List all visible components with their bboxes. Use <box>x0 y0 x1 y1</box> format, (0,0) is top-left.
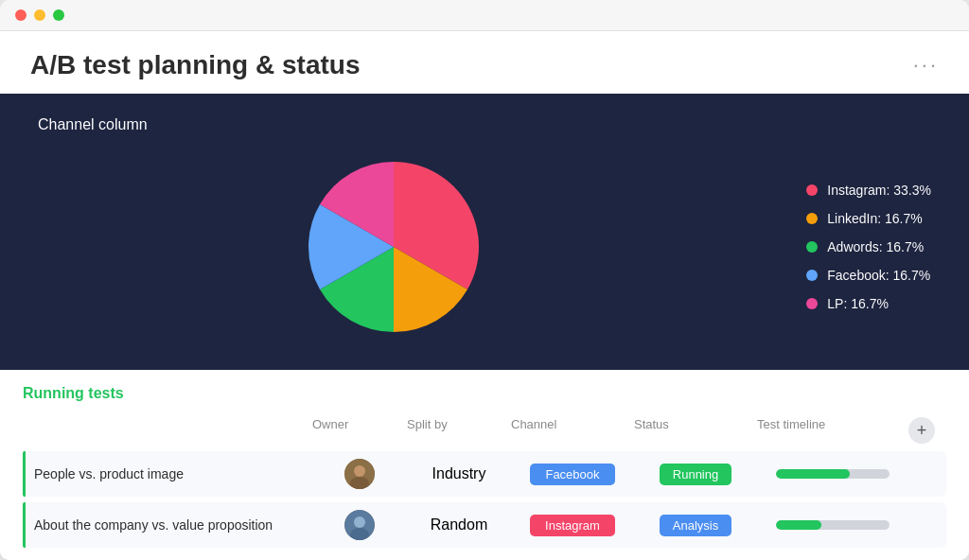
status-cell-1: Running <box>634 464 757 485</box>
col-split: Split by <box>407 417 511 444</box>
channel-badge-2: Instagram <box>530 515 615 536</box>
legend-dot-instagram <box>806 184 818 196</box>
pie-chart <box>299 152 488 341</box>
timeline-cell-1 <box>757 469 908 479</box>
table-header: Owner Split by Channel Status Test timel… <box>23 413 946 451</box>
more-options-button[interactable]: ··· <box>913 53 939 78</box>
status-cell-2: Analysis <box>634 515 757 536</box>
channel-cell-1: Facebook <box>511 464 634 485</box>
svg-point-1 <box>354 465 365 477</box>
maximize-button[interactable] <box>53 9 64 21</box>
table-row-2-wrapper: About the company vs. value proposition <box>23 502 946 548</box>
timeline-bar-1 <box>776 469 890 479</box>
legend-item-linkedin: LinkedIn: 16.7% <box>806 211 931 226</box>
running-tests-title: Running tests <box>23 385 946 402</box>
owner-cell-2 <box>312 510 407 540</box>
avatar-2 <box>344 510 375 540</box>
test-row-1: People vs. product image <box>23 451 946 497</box>
legend-item-adwords: Adwords: 16.7% <box>806 239 931 254</box>
split-by-1: Industry <box>407 465 511 482</box>
tests-table: Owner Split by Channel Status Test timel… <box>23 413 946 553</box>
col-timeline: Test timeline <box>757 417 908 444</box>
legend-dot-adwords <box>806 241 818 253</box>
legend-item-lp: LP: 16.7% <box>806 296 931 311</box>
legend-label-facebook: Facebook: 16.7% <box>827 268 930 283</box>
svg-point-4 <box>354 516 365 528</box>
add-test-button[interactable]: + <box>908 417 935 444</box>
split-by-2: Random <box>407 516 511 534</box>
legend-label-linkedin: LinkedIn: 16.7% <box>827 211 922 226</box>
timeline-fill-2 <box>776 520 821 530</box>
bottom-section: Running tests Owner Split by Channel Sta… <box>0 370 969 560</box>
page-header: A/B test planning & status ··· <box>0 31 969 94</box>
col-owner: Owner <box>312 417 407 444</box>
channel-cell-2: Instagram <box>511 515 634 536</box>
col-name <box>23 417 312 444</box>
legend-label-lp: LP: 16.7% <box>827 296 889 311</box>
close-button[interactable] <box>15 9 26 21</box>
title-bar <box>0 0 969 31</box>
timeline-cell-2 <box>757 520 908 530</box>
test-name-2: About the company vs. value proposition <box>23 517 312 533</box>
col-status: Status <box>634 417 757 444</box>
timeline-bar-2 <box>776 520 890 530</box>
timeline-fill-1 <box>776 469 850 479</box>
legend-item-facebook: Facebook: 16.7% <box>806 268 931 283</box>
chart-section: Channel column <box>0 94 969 370</box>
test-row-2: About the company vs. value proposition <box>23 502 946 548</box>
col-channel: Channel <box>511 417 634 444</box>
channel-badge-1: Facebook <box>530 464 614 485</box>
minimize-button[interactable] <box>34 9 45 21</box>
status-badge-1: Running <box>660 464 731 485</box>
page-title: A/B test planning & status <box>30 50 360 80</box>
legend-label-instagram: Instagram: 33.3% <box>827 183 931 198</box>
legend-dot-facebook <box>806 270 818 281</box>
legend-label-adwords: Adwords: 16.7% <box>827 239 924 254</box>
main-content: A/B test planning & status ··· Channel c… <box>0 31 969 560</box>
owner-cell-1 <box>312 459 407 489</box>
table-row: People vs. product image <box>23 451 946 497</box>
status-badge-2: Analysis <box>660 515 731 536</box>
test-name-1: People vs. product image <box>23 466 312 481</box>
avatar-1 <box>344 459 375 489</box>
legend-item-instagram: Instagram: 33.3% <box>806 183 931 198</box>
chart-legend: Instagram: 33.3% LinkedIn: 16.7% Adwords… <box>806 183 931 311</box>
chart-title: Channel column <box>38 116 931 133</box>
legend-dot-linkedin <box>806 213 818 224</box>
app-window: A/B test planning & status ··· Channel c… <box>0 0 969 560</box>
col-add: + <box>908 417 946 444</box>
chart-area: Instagram: 33.3% LinkedIn: 16.7% Adwords… <box>38 152 931 341</box>
legend-dot-lp <box>806 298 818 309</box>
